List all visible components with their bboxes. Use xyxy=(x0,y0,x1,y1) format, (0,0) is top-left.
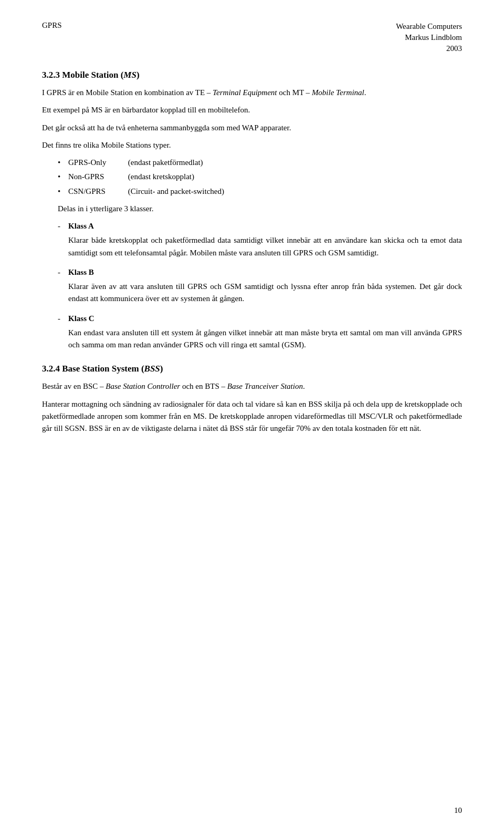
klass-a-content: Klass A Klarar både kretskopplat och pak… xyxy=(68,220,462,259)
klass-a-item: - Klass A Klarar både kretskopplat och p… xyxy=(58,220,462,259)
section-323-para3: Det går också att ha de två enheterna sa… xyxy=(42,122,462,134)
page: GPRS Wearable Computers Markus Lindblom … xyxy=(0,0,504,836)
header-year: 2003 xyxy=(396,43,462,54)
bullet-gprs-only-label: GPRS-Only xyxy=(68,157,126,169)
klass-a-dash: - xyxy=(58,220,68,259)
bullet-end-text: Delas in i ytterligare 3 klasser. xyxy=(58,203,462,215)
klass-c-dash: - xyxy=(58,313,68,352)
klass-a-label: Klass A xyxy=(68,220,462,232)
bullet-non-gprs-label: Non-GPRS xyxy=(68,171,126,183)
page-header: GPRS Wearable Computers Markus Lindblom … xyxy=(42,21,462,54)
header-author: Markus Lindblom xyxy=(396,32,462,43)
page-footer: 10 xyxy=(454,806,462,815)
klass-list: - Klass A Klarar både kretskopplat och p… xyxy=(58,220,462,351)
klass-b-label: Klass B xyxy=(68,266,462,278)
section-323-para2: Ett exempel på MS är en bärbardator kopp… xyxy=(42,104,462,116)
header-right: Wearable Computers Markus Lindblom 2003 xyxy=(396,21,462,54)
bullet-csn-gprs-text: (Circuit- and packet-switched) xyxy=(128,187,224,195)
bullet-gprs-only: GPRS-Only (endast paketförmedlat) xyxy=(58,157,462,169)
klass-c-text: Kan endast vara ansluten till ett system… xyxy=(68,327,462,352)
section-323-heading: 3.2.3 Mobile Station (MS) xyxy=(42,70,462,80)
mobile-station-types-list: GPRS-Only (endast paketförmedlat) Non-GP… xyxy=(58,157,462,198)
klass-b-text: Klarar även av att vara ansluten till GP… xyxy=(68,281,462,305)
section-324-heading: 3.2.4 Base Station System (BSS) xyxy=(42,364,462,374)
bullet-gprs-only-text: (endast paketförmedlat) xyxy=(128,158,203,167)
bullet-non-gprs-text: (endast kretskopplat) xyxy=(128,172,194,181)
klass-c-label: Klass C xyxy=(68,313,462,325)
header-gprs: GPRS xyxy=(42,21,62,29)
section-323-para1: I GPRS är en Mobile Station en kombinati… xyxy=(42,87,462,99)
klass-b-content: Klass B Klarar även av att vara ansluten… xyxy=(68,266,462,305)
klass-c-content: Klass C Kan endast vara ansluten till et… xyxy=(68,313,462,352)
klass-a-text: Klarar både kretskopplat och paketförmed… xyxy=(68,234,462,259)
bullet-non-gprs: Non-GPRS (endast kretskopplat) xyxy=(58,171,462,183)
klass-b-dash: - xyxy=(58,266,68,305)
header-left: GPRS xyxy=(42,21,62,30)
bullet-csn-gprs-label: CSN/GPRS xyxy=(68,185,126,198)
section-324: 3.2.4 Base Station System (BSS) Består a… xyxy=(42,364,462,435)
klass-c-item: - Klass C Kan endast vara ansluten till … xyxy=(58,313,462,352)
bullet-csn-gprs: CSN/GPRS (Circuit- and packet-switched) xyxy=(58,185,462,198)
page-number: 10 xyxy=(454,806,462,814)
section-323-para4: Det finns tre olika Mobile Stations type… xyxy=(42,139,462,151)
section-324-para2: Hanterar mottagning och sändning av radi… xyxy=(42,398,462,435)
section-323: 3.2.3 Mobile Station (MS) I GPRS är en M… xyxy=(42,70,462,351)
klass-b-item: - Klass B Klarar även av att vara anslut… xyxy=(58,266,462,305)
header-title: Wearable Computers xyxy=(396,21,462,32)
section-324-para1: Består av en BSC – Base Station Controll… xyxy=(42,380,462,393)
